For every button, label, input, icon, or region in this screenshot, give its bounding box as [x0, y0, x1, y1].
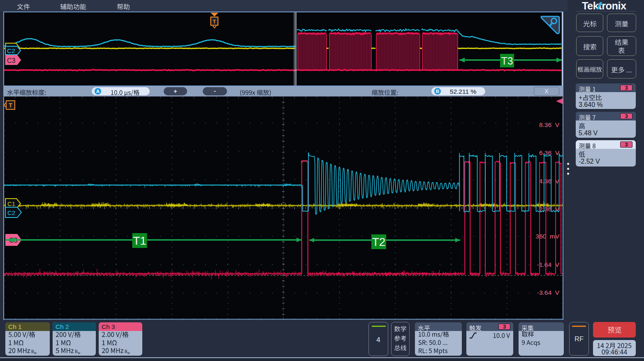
svg-text:8.36 V: 8.36 V — [539, 121, 560, 128]
svg-text:4.36 V: 4.36 V — [539, 178, 560, 185]
svg-text:C3: C3 — [7, 57, 16, 64]
svg-text:T3: T3 — [501, 55, 513, 67]
svg-text:T1: T1 — [133, 234, 146, 247]
svg-text:T: T — [9, 102, 12, 109]
svg-text:-1.64 V: -1.64 V — [537, 261, 560, 268]
svg-text:C1: C1 — [7, 200, 15, 207]
svg-text:T2: T2 — [372, 236, 386, 248]
svg-text:C2: C2 — [7, 209, 15, 216]
svg-text:T: T — [213, 19, 216, 25]
svg-text:6.36 V: 6.36 V — [539, 149, 560, 156]
svg-text:C2: C2 — [7, 47, 15, 54]
svg-text:-3.64 V: -3.64 V — [537, 289, 560, 296]
